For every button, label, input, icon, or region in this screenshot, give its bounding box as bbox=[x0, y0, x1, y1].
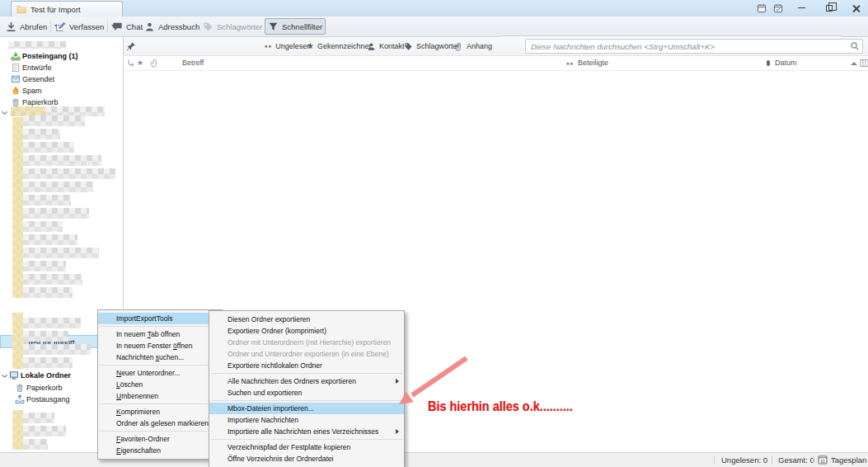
redacted-folder-row[interactable] bbox=[23, 261, 66, 271]
chat-button[interactable]: Chat bbox=[110, 17, 145, 36]
menu-item-label: Verzeichnispfad der Festplatte kopieren bbox=[228, 443, 350, 451]
redacted-folder-row[interactable] bbox=[23, 426, 66, 436]
redacted-folder-row[interactable] bbox=[23, 318, 81, 328]
menu-item-mbox-dateien-importieren[interactable]: Mbox-Dateien importieren... bbox=[209, 403, 404, 414]
redacted-account-name[interactable] bbox=[8, 41, 66, 49]
redacted-folder-row[interactable] bbox=[23, 168, 115, 179]
date-column-icon bbox=[767, 60, 770, 66]
menu-item-label: Eigenschaften bbox=[116, 446, 161, 455]
folder-label: Entwürfe bbox=[22, 62, 52, 73]
redacted-folder-row[interactable] bbox=[23, 413, 54, 423]
redacted-folder-row[interactable] bbox=[23, 129, 60, 139]
menu-item-suchen-und-exportieren[interactable]: Suchen und exportieren bbox=[209, 387, 404, 399]
redacted-folder-row[interactable] bbox=[23, 287, 73, 298]
menu-item-importiere-alle-nachrichten-eines-verzeichnisses[interactable]: Importiere alle Nachrichten eines Verzei… bbox=[209, 426, 404, 437]
today-pane-toggle[interactable]: 31 Tagesplan bbox=[818, 455, 868, 465]
menu-separator bbox=[100, 365, 220, 366]
menu-item-importexporttools[interactable]: ImportExportTools bbox=[98, 313, 222, 324]
filter-starred-label: Gekennzeichnet bbox=[317, 42, 371, 50]
folder-inbox[interactable]: Posteingang (1) bbox=[0, 50, 122, 62]
menu-item-eigenschaften[interactable]: Eigenschaften bbox=[98, 445, 222, 456]
menu-item-ordner-als-gelesen-markieren[interactable]: Ordner als gelesen markieren bbox=[98, 417, 222, 429]
redacted-folder-row[interactable] bbox=[23, 155, 101, 166]
menu-item-umbenennen[interactable]: Umbenennen bbox=[98, 390, 222, 402]
redacted-folder-row[interactable] bbox=[23, 331, 68, 342]
tasks-button[interactable] bbox=[767, 0, 790, 16]
menu-item-label: Alle Nachrichten des Ordners exportieren bbox=[228, 377, 356, 385]
folder-drafts[interactable]: Entwürfe bbox=[0, 62, 122, 73]
menu-item-label: Exportiere Ordner (komprimiert) bbox=[228, 327, 326, 335]
filter-starred-button[interactable]: ★ Gekennzeichnet bbox=[307, 37, 371, 55]
folder-sent[interactable]: Gesendet bbox=[0, 73, 122, 85]
redacted-folder-row[interactable] bbox=[23, 248, 99, 258]
filter-unread-button[interactable]: ●● Ungelesen bbox=[265, 37, 311, 55]
filter-attachment-label: Anhang bbox=[467, 42, 492, 50]
folder-spam[interactable]: Spam bbox=[0, 85, 122, 97]
statusbar-separator bbox=[772, 455, 772, 465]
menu-item-öffne-verzeichnis-der-ordnerdatei[interactable]: Öffne Verzeichnis der Ordnerdatei bbox=[209, 453, 404, 465]
column-correspondents[interactable]: Beteiligte bbox=[578, 59, 608, 67]
filter-tags-button[interactable]: Schlagwörter bbox=[404, 37, 460, 55]
address-book-icon bbox=[144, 21, 155, 32]
redacted-folder-row[interactable] bbox=[23, 116, 85, 126]
pin-icon bbox=[126, 41, 136, 51]
menu-item-neuer-unterordner[interactable]: Neuer Unterordner... bbox=[98, 367, 222, 379]
filter-search-input[interactable] bbox=[525, 39, 863, 54]
menu-item-in-neuem-fenster-öffnen[interactable]: In neuem Fenster öffnen bbox=[98, 340, 222, 351]
menu-item-verzeichnispfad-der-festplatte-kopieren[interactable]: Verzeichnispfad der Festplatte kopieren bbox=[209, 441, 404, 453]
menu-item-nachrichten-suchen[interactable]: Nachrichten suchen... bbox=[98, 351, 222, 363]
column-subject[interactable]: Betreff bbox=[182, 59, 204, 67]
menu-item-in-neuem-tab-öffnen[interactable]: In neuem Tab öffnen bbox=[98, 328, 222, 340]
menu-item-löschen[interactable]: Löschen bbox=[98, 379, 222, 390]
redacted-folder-row[interactable] bbox=[23, 208, 89, 219]
expander-icon[interactable] bbox=[2, 109, 7, 115]
submenu-arrow-icon bbox=[396, 379, 399, 384]
redacted-folder-row[interactable] bbox=[23, 234, 77, 245]
redacted-folder-row[interactable] bbox=[23, 344, 91, 355]
address-book-button[interactable]: Adressbuch bbox=[142, 17, 202, 36]
menu-item-label: Komprimieren bbox=[116, 408, 160, 416]
redacted-folder-row[interactable] bbox=[23, 195, 71, 205]
star-column-icon[interactable]: ★ bbox=[137, 59, 143, 67]
menu-item-label: Öffne Verzeichnis der Ordnerdatei bbox=[228, 455, 333, 463]
thread-column-icon[interactable] bbox=[127, 59, 136, 68]
filter-contact-button[interactable]: Kontakt bbox=[367, 37, 405, 55]
menu-item-diesen-ordner-exportieren[interactable]: Diesen Ordner exportieren bbox=[209, 314, 404, 325]
tasks-icon bbox=[773, 3, 783, 13]
title-bar: Test für Import bbox=[0, 0, 868, 17]
folder-icon bbox=[16, 4, 26, 14]
tags-label: Schlagwörter bbox=[217, 22, 262, 31]
menu-item-komprimieren[interactable]: Komprimieren bbox=[98, 406, 222, 417]
column-date[interactable]: Datum bbox=[775, 59, 797, 67]
menu-item-importiere-nachrichten[interactable]: Importiere Nachrichten bbox=[209, 414, 404, 426]
redacted-folder-row[interactable] bbox=[23, 357, 73, 368]
spam-flame-icon bbox=[11, 86, 21, 96]
calendar-day: 31 bbox=[820, 459, 825, 464]
get-mail-icon bbox=[6, 21, 16, 32]
attachment-column-icon[interactable] bbox=[150, 59, 159, 68]
redacted-folder-row[interactable] bbox=[23, 182, 93, 192]
menu-item-exportiere-nichtlokalen-ordner[interactable]: Exportiere nichtlokalen Ordner bbox=[209, 360, 404, 371]
folder-label: Papierkorb bbox=[26, 382, 63, 394]
mail-tab[interactable]: Test für Import bbox=[11, 1, 123, 17]
redacted-folder-row[interactable] bbox=[23, 439, 48, 450]
quick-filter-button[interactable]: Schnellfilter bbox=[265, 18, 326, 35]
close-icon bbox=[852, 4, 860, 12]
menu-item-favoriten-ordner[interactable]: Favoriten-Ordner bbox=[98, 433, 222, 445]
restore-button[interactable] bbox=[818, 0, 841, 16]
close-button[interactable] bbox=[844, 0, 867, 16]
address-book-label: Adressbuch bbox=[158, 22, 199, 31]
submenu-arrow-icon bbox=[396, 429, 399, 434]
filter-attachment-button[interactable]: Anhang bbox=[454, 37, 492, 55]
column-picker-button[interactable] bbox=[860, 59, 868, 68]
mail-toolbar: Abrufen Verfassen Chat Adressbuch Schlag… bbox=[0, 17, 868, 37]
redacted-folder-row[interactable] bbox=[23, 221, 63, 232]
menu-item-alle-nachrichten-des-ordners-exportieren[interactable]: Alle Nachrichten des Ordners exportieren bbox=[209, 375, 404, 387]
redacted-folder-row[interactable] bbox=[23, 142, 74, 153]
paperclip-icon bbox=[454, 42, 463, 51]
menu-item-exportiere-ordner-komprimiert[interactable]: Exportiere Ordner (komprimiert) bbox=[209, 325, 404, 337]
pin-filter-button[interactable] bbox=[126, 37, 136, 55]
redacted-folder-row[interactable] bbox=[23, 274, 82, 285]
minimize-button[interactable] bbox=[790, 0, 813, 16]
divider bbox=[50, 21, 51, 32]
